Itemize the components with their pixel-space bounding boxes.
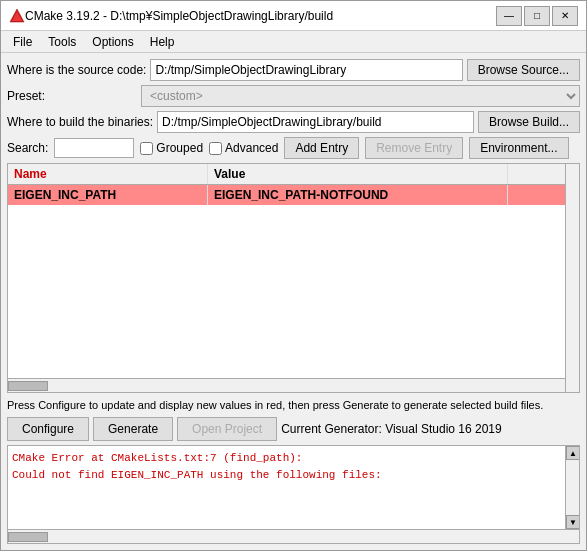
- table-scroll-area: Name Value EIGEN_INC_PATH EIGEN_INC_PATH…: [8, 164, 579, 378]
- log-scroll-down[interactable]: ▼: [566, 515, 580, 529]
- table-header: Name Value: [8, 164, 579, 185]
- window-controls: — □ ✕: [496, 6, 578, 26]
- preset-select[interactable]: <custom>: [141, 85, 580, 107]
- browse-source-button[interactable]: Browse Source...: [467, 59, 580, 81]
- advanced-checkbox[interactable]: [209, 142, 222, 155]
- search-label: Search:: [7, 141, 48, 155]
- table-cell-name: EIGEN_INC_PATH: [8, 185, 208, 205]
- cmake-table-outer: Name Value EIGEN_INC_PATH EIGEN_INC_PATH…: [7, 163, 580, 393]
- window-title: CMake 3.19.2 - D:\tmp¥SimpleObjectDrawin…: [25, 9, 496, 23]
- maximize-button[interactable]: □: [524, 6, 550, 26]
- source-label: Where is the source code:: [7, 63, 146, 77]
- main-window: CMake 3.19.2 - D:\tmp¥SimpleObjectDrawin…: [0, 0, 587, 551]
- log-h-scrollbar[interactable]: [7, 530, 580, 544]
- environment-button[interactable]: Environment...: [469, 137, 568, 159]
- log-v-scrollbar[interactable]: ▲ ▼: [565, 446, 579, 529]
- build-input[interactable]: [157, 111, 474, 133]
- app-icon: [9, 8, 25, 24]
- preset-row: Preset: <custom>: [7, 85, 580, 107]
- preset-label: Preset:: [7, 89, 137, 103]
- preset-select-wrapper: <custom>: [141, 85, 580, 107]
- status-bar: Press Configure to update and display ne…: [7, 397, 580, 413]
- menu-help[interactable]: Help: [142, 33, 183, 51]
- menu-bar: File Tools Options Help: [1, 31, 586, 53]
- menu-tools[interactable]: Tools: [40, 33, 84, 51]
- close-button[interactable]: ✕: [552, 6, 578, 26]
- add-entry-button[interactable]: Add Entry: [284, 137, 359, 159]
- value-column-header: Value: [208, 164, 508, 184]
- open-project-button[interactable]: Open Project: [177, 417, 277, 441]
- source-input[interactable]: [150, 59, 462, 81]
- log-line-2: Could not find EIGEN_INC_PATH using the …: [12, 467, 559, 484]
- table-row[interactable]: EIGEN_INC_PATH EIGEN_INC_PATH-NOTFOUND: [8, 185, 579, 205]
- minimize-button[interactable]: —: [496, 6, 522, 26]
- browse-build-button[interactable]: Browse Build...: [478, 111, 580, 133]
- h-scroll-thumb[interactable]: [8, 381, 48, 391]
- table-cell-value: EIGEN_INC_PATH-NOTFOUND: [208, 185, 508, 205]
- source-row: Where is the source code: Browse Source.…: [7, 59, 580, 81]
- action-row: Configure Generate Open Project Current …: [7, 417, 580, 441]
- name-column-header: Name: [8, 164, 208, 184]
- cmake-table: Name Value EIGEN_INC_PATH EIGEN_INC_PATH…: [7, 163, 580, 393]
- grouped-label[interactable]: Grouped: [140, 141, 203, 155]
- generate-button[interactable]: Generate: [93, 417, 173, 441]
- table-v-scrollbar[interactable]: [565, 164, 579, 392]
- log-outer: CMake Error at CMakeLists.txt:7 (find_pa…: [7, 445, 580, 544]
- search-input[interactable]: [54, 138, 134, 158]
- advanced-label[interactable]: Advanced: [209, 141, 278, 155]
- grouped-checkbox[interactable]: [140, 142, 153, 155]
- generator-label: Current Generator: Visual Studio 16 2019: [281, 422, 502, 436]
- log-scroll-up[interactable]: ▲: [566, 446, 580, 460]
- log-content: CMake Error at CMakeLists.txt:7 (find_pa…: [8, 446, 579, 487]
- main-content: Where is the source code: Browse Source.…: [1, 53, 586, 550]
- menu-file[interactable]: File: [5, 33, 40, 51]
- configure-button[interactable]: Configure: [7, 417, 89, 441]
- build-label: Where to build the binaries:: [7, 115, 153, 129]
- log-line-1: CMake Error at CMakeLists.txt:7 (find_pa…: [12, 450, 559, 467]
- log-h-scroll-thumb[interactable]: [8, 532, 48, 542]
- table-h-scrollbar[interactable]: [8, 378, 579, 392]
- menu-options[interactable]: Options: [84, 33, 141, 51]
- search-row: Search: Grouped Advanced Add Entry Remov…: [7, 137, 580, 159]
- remove-entry-button[interactable]: Remove Entry: [365, 137, 463, 159]
- build-row: Where to build the binaries: Browse Buil…: [7, 111, 580, 133]
- log-box: CMake Error at CMakeLists.txt:7 (find_pa…: [7, 445, 580, 530]
- title-bar: CMake 3.19.2 - D:\tmp¥SimpleObjectDrawin…: [1, 1, 586, 31]
